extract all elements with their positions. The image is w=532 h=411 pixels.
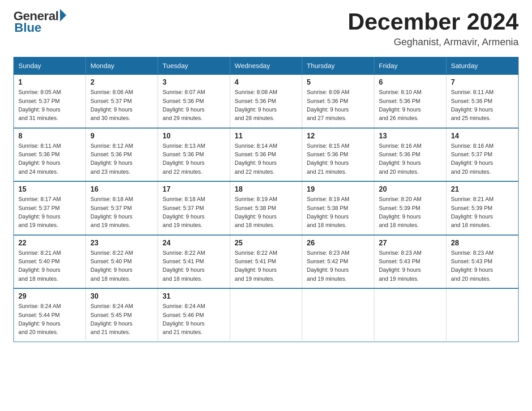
day-info: Sunrise: 8:24 AMSunset: 5:45 PMDaylight:… bbox=[90, 302, 153, 337]
logo-arrow-icon bbox=[60, 9, 66, 21]
calendar-day-cell: 19 Sunrise: 8:19 AMSunset: 5:38 PMDaylig… bbox=[302, 181, 374, 235]
day-of-week-header: Sunday bbox=[14, 57, 86, 75]
day-of-week-header: Friday bbox=[374, 57, 446, 75]
day-info: Sunrise: 8:16 AMSunset: 5:36 PMDaylight:… bbox=[379, 142, 442, 177]
calendar-day-cell bbox=[302, 288, 374, 342]
calendar-day-cell: 23 Sunrise: 8:22 AMSunset: 5:40 PMDaylig… bbox=[86, 235, 158, 289]
day-info: Sunrise: 8:15 AMSunset: 5:36 PMDaylight:… bbox=[307, 142, 369, 177]
day-number: 19 bbox=[307, 185, 369, 193]
calendar-table: SundayMondayTuesdayWednesdayThursdayFrid… bbox=[13, 57, 519, 342]
day-number: 6 bbox=[379, 78, 442, 86]
day-info: Sunrise: 8:23 AMSunset: 5:43 PMDaylight:… bbox=[379, 249, 442, 284]
day-number: 3 bbox=[163, 78, 225, 86]
day-number: 1 bbox=[18, 78, 81, 86]
calendar-day-cell: 29 Sunrise: 8:24 AMSunset: 5:44 PMDaylig… bbox=[14, 288, 86, 342]
day-number: 11 bbox=[235, 132, 297, 140]
day-info: Sunrise: 8:11 AMSunset: 5:36 PMDaylight:… bbox=[18, 142, 81, 177]
calendar-day-cell: 15 Sunrise: 8:17 AMSunset: 5:37 PMDaylig… bbox=[14, 181, 86, 235]
day-of-week-header: Monday bbox=[86, 57, 158, 75]
day-number: 2 bbox=[90, 78, 153, 86]
day-info: Sunrise: 8:18 AMSunset: 5:37 PMDaylight:… bbox=[90, 195, 153, 230]
day-number: 9 bbox=[90, 132, 153, 140]
day-number: 28 bbox=[451, 239, 514, 247]
calendar-day-cell: 11 Sunrise: 8:14 AMSunset: 5:36 PMDaylig… bbox=[230, 128, 302, 182]
calendar-week-row: 15 Sunrise: 8:17 AMSunset: 5:37 PMDaylig… bbox=[14, 181, 519, 235]
calendar-day-cell: 18 Sunrise: 8:19 AMSunset: 5:38 PMDaylig… bbox=[230, 181, 302, 235]
calendar-day-cell: 25 Sunrise: 8:22 AMSunset: 5:41 PMDaylig… bbox=[230, 235, 302, 289]
day-info: Sunrise: 8:17 AMSunset: 5:37 PMDaylight:… bbox=[18, 195, 81, 230]
calendar-day-cell: 31 Sunrise: 8:24 AMSunset: 5:46 PMDaylig… bbox=[158, 288, 230, 342]
day-info: Sunrise: 8:14 AMSunset: 5:36 PMDaylight:… bbox=[235, 142, 297, 177]
day-number: 25 bbox=[235, 239, 297, 247]
day-number: 8 bbox=[18, 132, 81, 140]
day-number: 26 bbox=[307, 239, 369, 247]
calendar-day-cell: 7 Sunrise: 8:11 AMSunset: 5:36 PMDayligh… bbox=[446, 74, 519, 128]
day-info: Sunrise: 8:22 AMSunset: 5:41 PMDaylight:… bbox=[163, 249, 225, 284]
day-number: 27 bbox=[379, 239, 442, 247]
day-number: 30 bbox=[90, 292, 153, 300]
day-info: Sunrise: 8:23 AMSunset: 5:43 PMDaylight:… bbox=[451, 249, 514, 284]
calendar-day-cell: 6 Sunrise: 8:10 AMSunset: 5:36 PMDayligh… bbox=[374, 74, 446, 128]
day-info: Sunrise: 8:24 AMSunset: 5:46 PMDaylight:… bbox=[163, 302, 225, 337]
logo: General Blue bbox=[13, 9, 66, 35]
calendar-day-cell: 28 Sunrise: 8:23 AMSunset: 5:43 PMDaylig… bbox=[446, 235, 519, 289]
calendar-day-cell: 5 Sunrise: 8:09 AMSunset: 5:36 PMDayligh… bbox=[302, 74, 374, 128]
calendar-day-cell: 13 Sunrise: 8:16 AMSunset: 5:36 PMDaylig… bbox=[374, 128, 446, 182]
calendar-day-cell: 20 Sunrise: 8:20 AMSunset: 5:39 PMDaylig… bbox=[374, 181, 446, 235]
day-info: Sunrise: 8:11 AMSunset: 5:36 PMDaylight:… bbox=[451, 88, 514, 123]
day-info: Sunrise: 8:19 AMSunset: 5:38 PMDaylight:… bbox=[307, 195, 369, 230]
day-info: Sunrise: 8:06 AMSunset: 5:37 PMDaylight:… bbox=[90, 88, 153, 123]
day-number: 21 bbox=[451, 185, 514, 193]
calendar-day-cell bbox=[374, 288, 446, 342]
day-of-week-header: Saturday bbox=[446, 57, 519, 75]
calendar-day-cell: 16 Sunrise: 8:18 AMSunset: 5:37 PMDaylig… bbox=[86, 181, 158, 235]
month-title: December 2024 bbox=[348, 9, 519, 34]
calendar-day-cell: 30 Sunrise: 8:24 AMSunset: 5:45 PMDaylig… bbox=[86, 288, 158, 342]
day-info: Sunrise: 8:18 AMSunset: 5:37 PMDaylight:… bbox=[163, 195, 225, 230]
calendar-week-row: 29 Sunrise: 8:24 AMSunset: 5:44 PMDaylig… bbox=[14, 288, 519, 342]
calendar-day-cell bbox=[230, 288, 302, 342]
day-of-week-header: Tuesday bbox=[158, 57, 230, 75]
calendar-day-cell: 9 Sunrise: 8:12 AMSunset: 5:36 PMDayligh… bbox=[86, 128, 158, 182]
calendar-day-cell: 27 Sunrise: 8:23 AMSunset: 5:43 PMDaylig… bbox=[374, 235, 446, 289]
calendar-week-row: 1 Sunrise: 8:05 AMSunset: 5:37 PMDayligh… bbox=[14, 74, 519, 128]
day-info: Sunrise: 8:21 AMSunset: 5:39 PMDaylight:… bbox=[451, 195, 514, 230]
day-number: 29 bbox=[18, 292, 81, 300]
day-number: 22 bbox=[18, 239, 81, 247]
day-info: Sunrise: 8:07 AMSunset: 5:36 PMDaylight:… bbox=[163, 88, 225, 123]
day-info: Sunrise: 8:22 AMSunset: 5:41 PMDaylight:… bbox=[235, 249, 297, 284]
calendar-day-cell: 4 Sunrise: 8:08 AMSunset: 5:36 PMDayligh… bbox=[230, 74, 302, 128]
calendar-day-cell: 22 Sunrise: 8:21 AMSunset: 5:40 PMDaylig… bbox=[14, 235, 86, 289]
calendar-day-cell: 26 Sunrise: 8:23 AMSunset: 5:42 PMDaylig… bbox=[302, 235, 374, 289]
calendar-day-cell: 24 Sunrise: 8:22 AMSunset: 5:41 PMDaylig… bbox=[158, 235, 230, 289]
calendar-day-cell: 21 Sunrise: 8:21 AMSunset: 5:39 PMDaylig… bbox=[446, 181, 519, 235]
logo-blue-text: Blue bbox=[14, 21, 42, 35]
day-number: 24 bbox=[163, 239, 225, 247]
day-info: Sunrise: 8:08 AMSunset: 5:36 PMDaylight:… bbox=[235, 88, 297, 123]
day-number: 20 bbox=[379, 185, 442, 193]
day-number: 12 bbox=[307, 132, 369, 140]
day-info: Sunrise: 8:10 AMSunset: 5:36 PMDaylight:… bbox=[379, 88, 442, 123]
calendar-week-row: 8 Sunrise: 8:11 AMSunset: 5:36 PMDayligh… bbox=[14, 128, 519, 182]
calendar-day-cell: 3 Sunrise: 8:07 AMSunset: 5:36 PMDayligh… bbox=[158, 74, 230, 128]
calendar-day-cell: 17 Sunrise: 8:18 AMSunset: 5:37 PMDaylig… bbox=[158, 181, 230, 235]
day-info: Sunrise: 8:12 AMSunset: 5:36 PMDaylight:… bbox=[90, 142, 153, 177]
day-number: 14 bbox=[451, 132, 514, 140]
day-number: 5 bbox=[307, 78, 369, 86]
calendar-day-cell bbox=[446, 288, 519, 342]
calendar-day-cell: 14 Sunrise: 8:16 AMSunset: 5:37 PMDaylig… bbox=[446, 128, 519, 182]
location-label: Geghanist, Armavir, Armenia bbox=[348, 36, 519, 48]
day-of-week-header: Wednesday bbox=[230, 57, 302, 75]
day-info: Sunrise: 8:20 AMSunset: 5:39 PMDaylight:… bbox=[379, 195, 442, 230]
day-number: 7 bbox=[451, 78, 514, 86]
day-number: 18 bbox=[235, 185, 297, 193]
calendar-day-cell: 12 Sunrise: 8:15 AMSunset: 5:36 PMDaylig… bbox=[302, 128, 374, 182]
page-header: General Blue December 2024 Geghanist, Ar… bbox=[13, 9, 519, 48]
calendar-week-row: 22 Sunrise: 8:21 AMSunset: 5:40 PMDaylig… bbox=[14, 235, 519, 289]
day-number: 13 bbox=[379, 132, 442, 140]
day-info: Sunrise: 8:24 AMSunset: 5:44 PMDaylight:… bbox=[18, 302, 81, 337]
day-of-week-header: Thursday bbox=[302, 57, 374, 75]
day-info: Sunrise: 8:22 AMSunset: 5:40 PMDaylight:… bbox=[90, 249, 153, 284]
day-number: 23 bbox=[90, 239, 153, 247]
day-info: Sunrise: 8:13 AMSunset: 5:36 PMDaylight:… bbox=[163, 142, 225, 177]
